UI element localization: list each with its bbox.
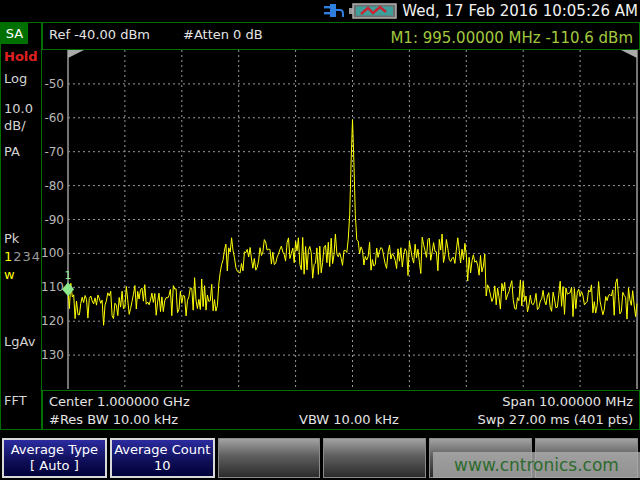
y-axis-tick-label: -110 — [42, 280, 64, 294]
bottom-annotation-box: Center 1.000000 GHz Span 10.00000 MHz #R… — [42, 390, 640, 430]
softkey-empty-3 — [218, 438, 321, 478]
softkey-label: Average Type — [11, 442, 98, 458]
fft-label: FFT — [4, 393, 27, 408]
y-axis-tick-label: -130 — [42, 348, 64, 362]
trace-state-label: w — [4, 267, 15, 282]
settings-sidebar: SA Hold Log 10.0 dB/ PA Pk 1234 w LgAv F… — [0, 22, 42, 430]
graticule-corner-right — [621, 50, 637, 58]
softkey-empty-4 — [323, 438, 426, 478]
y-axis-tick-label: -100 — [42, 246, 64, 260]
trace-2-indicator: 2 — [13, 249, 22, 264]
status-bar: Wed, 17 Feb 2016 10:05:26 AM — [0, 0, 640, 22]
detector-label: Pk — [4, 231, 19, 246]
datetime-text: Wed, 17 Feb 2016 10:05:26 AM — [402, 2, 638, 20]
scale-type-label: Log — [4, 71, 27, 86]
span-label: Span 10.00000 MHz — [502, 394, 633, 409]
softkey-value: 10 — [154, 458, 171, 474]
softkey-average-count[interactable]: Average Count 10 — [110, 438, 215, 478]
res-bw-label: #Res BW 10.00 kHz — [49, 412, 178, 427]
ac-plug-icon — [324, 2, 344, 20]
marker-readout: M1: 995.00000 MHz -110.6 dBm — [390, 29, 633, 47]
average-type-label: LgAv — [4, 334, 35, 349]
video-bw-label: VBW 10.00 kHz — [299, 412, 399, 427]
graticule-corner-left — [68, 50, 84, 58]
scale-value-label: 10.0 — [4, 101, 33, 116]
trace-4-indicator: 4 — [32, 249, 41, 264]
y-axis-tick-label: -50 — [44, 77, 64, 91]
y-axis-tick-label: -80 — [44, 179, 64, 193]
preamp-label: PA — [4, 144, 20, 159]
trace-numbers: 1234 — [4, 249, 41, 264]
attenuation-label: #Atten 0 dB — [183, 27, 263, 42]
battery-charging-icon — [348, 2, 398, 20]
watermark: www.cntronics.com — [433, 452, 640, 478]
mode-badge: SA — [1, 23, 28, 44]
y-axis-tick-label: -90 — [44, 213, 64, 227]
ref-level-label: Ref -40.00 dBm — [49, 27, 150, 42]
instrument-screen: Wed, 17 Feb 2016 10:05:26 AM SA Hold Log… — [0, 0, 640, 480]
y-axis-tick-label: -70 — [44, 145, 64, 159]
marker-1-number: 1 — [65, 269, 72, 282]
softkey-label: Average Count — [114, 442, 210, 458]
y-axis-tick-label: -60 — [44, 111, 64, 125]
top-annotation-box: Ref -40.00 dBm #Atten 0 dB M1: 995.00000… — [42, 22, 640, 50]
center-frequency-label: Center 1.000000 GHz — [49, 394, 190, 409]
sweep-state-label: Hold — [4, 49, 38, 64]
scale-unit-label: dB/ — [4, 118, 26, 133]
trace-3-indicator: 3 — [23, 249, 32, 264]
softkey-average-type[interactable]: Average Type [ Auto ] — [2, 438, 107, 478]
softkey-value: [ Auto ] — [30, 458, 79, 474]
sweep-time-label: Swp 27.00 ms (401 pts) — [478, 412, 633, 427]
spectrum-plot: -50-60-70-80-90-100-110-120-1301 — [42, 50, 640, 390]
y-axis-tick-label: -120 — [42, 314, 64, 328]
trace-1-indicator: 1 — [4, 249, 13, 264]
